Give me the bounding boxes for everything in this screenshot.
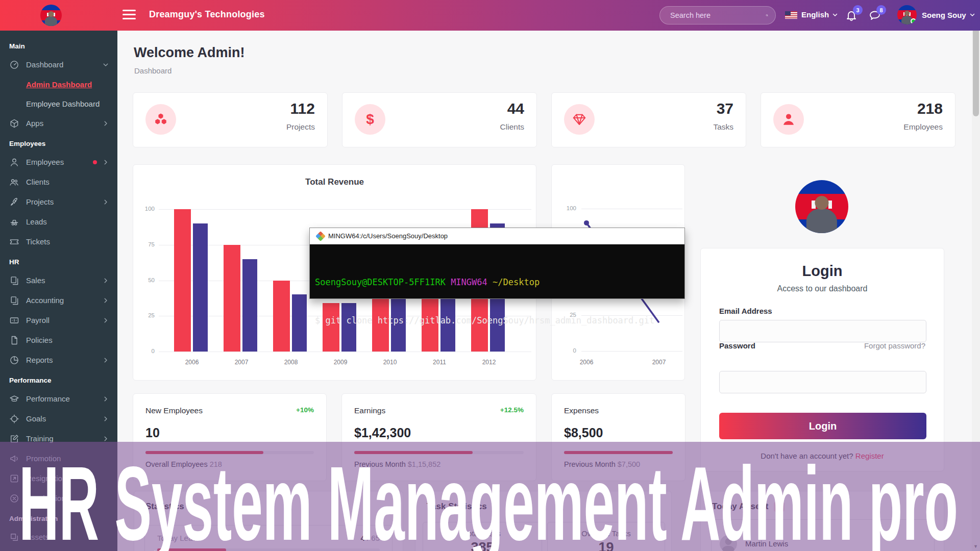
user-name: Soeng Souy (922, 11, 975, 19)
x-axis-tick: 2007 (226, 359, 257, 366)
document-icon (9, 335, 19, 345)
git-icon (315, 231, 326, 241)
chevron-right-icon (102, 395, 109, 403)
dollar-icon: $ (355, 104, 385, 135)
user-menu[interactable]: Soeng Souy (897, 5, 975, 24)
stat-value: 112 (290, 100, 315, 117)
user-icon (9, 157, 19, 167)
person-icon (773, 104, 804, 135)
sidebar-item-employees[interactable]: Employees (0, 152, 117, 172)
sidebar-section-header: Employees (0, 133, 117, 152)
password-field[interactable] (719, 371, 926, 393)
sidebar-item-clients[interactable]: Clients (0, 172, 117, 192)
rocket-icon (9, 197, 19, 207)
cubes-icon (145, 104, 176, 135)
messages-button[interactable]: 8 (869, 9, 881, 21)
breadcrumb: Dashboard (134, 66, 172, 75)
brand-title: Dreamguy's Technologies (149, 9, 265, 20)
search-box[interactable] (659, 6, 776, 24)
sidebar-subitem-employee-dashboard[interactable]: Employee Dashboard (0, 94, 117, 113)
chevron-right-icon (102, 297, 109, 304)
y-axis-tick: 50 (137, 277, 155, 283)
watermark-text: HR System Management Admin pro (19, 445, 958, 551)
sidebar-item-sales[interactable]: Sales (0, 270, 117, 290)
chevron-right-icon (102, 415, 109, 422)
chevron-down-icon (832, 12, 838, 18)
notification-badge: 3 (853, 5, 863, 15)
gauge-icon (9, 60, 19, 70)
mini-card-title: Earnings (354, 406, 524, 415)
notification-dot (93, 160, 97, 164)
bar-red-2007[interactable] (224, 245, 240, 352)
email-field[interactable] (719, 320, 926, 342)
sidebar-item-projects[interactable]: Projects (0, 192, 117, 212)
email-label: Email Address (719, 307, 772, 315)
payroll-icon (9, 315, 19, 325)
bar-red-2006[interactable] (174, 209, 191, 352)
chart-title: Total Revenue (133, 177, 536, 187)
login-title: Login (701, 263, 944, 280)
login-avatar (795, 180, 848, 233)
sidebar-item-tickets[interactable]: Tickets (0, 232, 117, 252)
language-label: English (801, 10, 829, 19)
forgot-password-link[interactable]: Forgot password? (864, 341, 925, 350)
stat-label: Projects (286, 122, 315, 132)
terminal-prompt-path: ~/Desktop (493, 277, 540, 287)
mini-card-value: 10 (145, 425, 160, 440)
bar-red-2008[interactable] (273, 281, 290, 352)
chevron-right-icon (102, 120, 109, 127)
password-label: Password (719, 341, 755, 350)
chevron-down-icon (102, 61, 109, 68)
stat-card-clients: $44Clients (342, 92, 537, 147)
search-input[interactable] (670, 11, 766, 19)
bar-indigo-2006[interactable] (193, 223, 208, 352)
y-axis-tick: 0 (137, 348, 155, 354)
terminal-prompt-user: SoengSouy@DESKTOP-5FF1IRK (315, 277, 446, 287)
stat-card-employees: 218Employees (761, 92, 955, 147)
sidebar-item-apps[interactable]: Apps (0, 113, 117, 133)
mini-card-title: Expenses (564, 406, 673, 415)
search-icon[interactable] (766, 11, 768, 20)
chevron-right-icon (102, 357, 109, 364)
stat-label: Tasks (713, 122, 733, 132)
us-flag-icon (785, 11, 797, 19)
sidebar-item-payroll[interactable]: Payroll (0, 310, 117, 330)
copy-icon (9, 295, 19, 306)
sidebar-item-leads[interactable]: Leads (0, 212, 117, 232)
watermark-overlay: HR System Management Admin pro (0, 442, 980, 551)
terminal-window[interactable]: MINGW64:/c/Users/SoengSouy/Desktop Soeng… (309, 228, 685, 299)
stat-card-projects: 112Projects (133, 92, 328, 147)
copy-icon (9, 276, 19, 286)
sidebar-section-header: HR (0, 252, 117, 270)
top-navbar: Dreamguy's Technologies English 3 8 Soen… (0, 0, 980, 31)
sidebar-item-accounting[interactable]: Accounting (0, 290, 117, 310)
ticket-icon (9, 237, 19, 247)
sidebar-item-reports[interactable]: Reports (0, 350, 117, 370)
terminal-body[interactable]: SoengSouy@DESKTOP-5FF1IRK MINGW64 ~/Desk… (310, 244, 684, 298)
online-status-dot (911, 18, 916, 24)
sidebar-item-policies[interactable]: Policies (0, 330, 117, 350)
mini-card-value: $1,42,300 (354, 425, 411, 440)
hamburger-menu-icon[interactable] (122, 10, 136, 21)
stat-label: Clients (500, 122, 524, 132)
login-card: Login Access to our dashboard Email Addr… (700, 248, 944, 471)
page-title: Welcome Admin! (134, 45, 245, 61)
sidebar-item-goals[interactable]: Goals (0, 409, 117, 429)
growth-badge: +10% (296, 406, 314, 414)
language-selector[interactable]: English (801, 10, 838, 19)
bar-indigo-2008[interactable] (292, 294, 307, 352)
login-button[interactable]: Login (719, 413, 926, 439)
notifications-button[interactable]: 3 (845, 9, 857, 21)
gem-icon (564, 104, 595, 135)
terminal-titlebar[interactable]: MINGW64:/c/Users/SoengSouy/Desktop (310, 228, 684, 244)
stat-value: 37 (717, 100, 733, 117)
sidebar-subitem-admin-dashboard[interactable]: Admin Dashboard (0, 74, 117, 94)
bar-indigo-2007[interactable] (242, 259, 257, 352)
terminal-title: MINGW64:/c/Users/SoengSouy/Desktop (328, 232, 448, 240)
chevron-right-icon (102, 159, 109, 166)
sidebar-item-performance[interactable]: Performance (0, 389, 117, 409)
chevron-right-icon (102, 435, 109, 442)
login-subtitle: Access to our dashboard (701, 284, 944, 293)
brand-logo[interactable] (40, 5, 62, 26)
sidebar-item-dashboard[interactable]: Dashboard (0, 55, 117, 74)
